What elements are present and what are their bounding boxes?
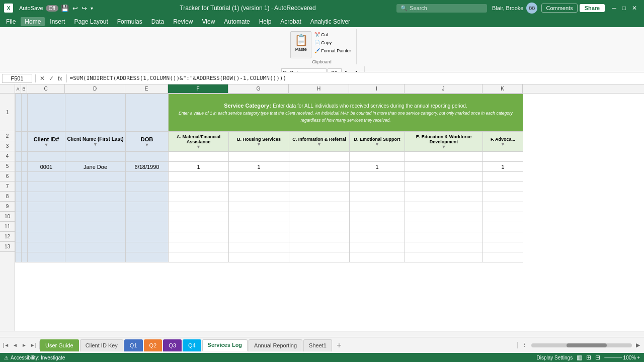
table-row[interactable] <box>16 232 523 242</box>
cell-e3[interactable] <box>126 152 169 162</box>
cell-c4[interactable]: 0001 <box>28 162 65 172</box>
sheet-tab-q1[interactable]: Q1 <box>124 339 143 351</box>
cancel-formula-icon[interactable]: ✕ <box>39 75 46 82</box>
menu-data[interactable]: Data <box>147 17 168 26</box>
horizontal-page-scrollbar[interactable] <box>531 343 632 347</box>
table-row[interactable] <box>16 152 523 162</box>
sheet-tab-client-id-key[interactable]: Client ID Key <box>80 339 123 351</box>
insert-function-icon[interactable]: fx <box>57 75 63 81</box>
redo-icon[interactable]: ↪ <box>80 4 88 13</box>
decrease-font-button[interactable]: A↓ <box>353 68 363 72</box>
menu-formulas[interactable]: Formulas <box>113 17 146 26</box>
cell-j4[interactable] <box>405 162 483 172</box>
confirm-formula-icon[interactable]: ✓ <box>48 75 55 82</box>
page-layout-icon[interactable]: ⊞ <box>586 354 591 361</box>
menu-page-layout[interactable]: Page Layout <box>70 17 112 26</box>
zoom-in-icon[interactable]: + <box>637 355 640 360</box>
normal-view-icon[interactable]: ▦ <box>577 354 582 361</box>
maximize-button[interactable]: □ <box>619 4 629 13</box>
autosave-toggle[interactable]: Off <box>46 5 58 12</box>
menu-file[interactable]: File <box>2 17 20 26</box>
col-header-j[interactable]: J <box>405 84 482 93</box>
cell-g3[interactable] <box>229 152 289 162</box>
increase-font-button[interactable]: A↑ <box>343 68 352 72</box>
cell-h4[interactable] <box>289 162 350 172</box>
table-row[interactable] <box>16 222 523 232</box>
copy-button[interactable]: 📄 Copy <box>312 39 353 46</box>
display-settings-text[interactable]: Display Settings <box>536 355 573 360</box>
cell-f4[interactable]: 1 <box>169 162 229 172</box>
context-menu-icon[interactable]: ⋮ <box>522 342 527 348</box>
table-row[interactable] <box>16 172 523 182</box>
sheet-next-icon[interactable]: ► <box>20 341 28 349</box>
cell-d4[interactable]: Jane Doe <box>65 162 126 172</box>
col-header-i[interactable]: I <box>349 84 405 93</box>
add-sheet-button[interactable]: + <box>333 339 345 351</box>
sheet-tab-q3[interactable]: Q3 <box>163 339 182 351</box>
save-icon[interactable]: 💾 <box>60 4 70 13</box>
col-header-c[interactable]: C <box>27 84 65 93</box>
col-header-h[interactable]: H <box>289 84 349 93</box>
table-row[interactable] <box>16 192 523 202</box>
page-break-icon[interactable]: ⊟ <box>595 354 600 361</box>
cell-f3[interactable] <box>169 152 229 162</box>
cell-g4[interactable]: 1 <box>229 162 289 172</box>
undo-icon[interactable]: ↩ <box>71 4 79 13</box>
col-header-e[interactable]: E <box>125 84 168 93</box>
sheet-tab-services-log[interactable]: Services Log <box>202 339 248 351</box>
menu-automate[interactable]: Automate <box>220 17 254 26</box>
table-row[interactable] <box>16 202 523 212</box>
cell-c3[interactable] <box>28 152 65 162</box>
comments-button[interactable]: Comments <box>541 4 577 13</box>
table-row[interactable] <box>16 252 523 262</box>
cell-i3[interactable] <box>350 152 405 162</box>
col-header-d[interactable]: D <box>65 84 125 93</box>
col-header-g[interactable]: G <box>228 84 289 93</box>
minimize-button[interactable]: ─ <box>609 4 619 13</box>
cell-k4[interactable]: 1 <box>483 162 523 172</box>
menu-acrobat[interactable]: Acrobat <box>276 17 305 26</box>
user-info: Blair, Brooke BB <box>492 3 537 14</box>
col-header-a[interactable]: A <box>15 84 21 93</box>
sheet-tab-sheet1[interactable]: Sheet1 <box>303 339 332 351</box>
sheet-prev-icon[interactable]: ◄ <box>11 341 19 349</box>
horizontal-scrollbar[interactable] <box>0 331 644 337</box>
sheet-tab-annual-reporting[interactable]: Annual Reporting <box>249 339 302 351</box>
menu-insert[interactable]: Insert <box>46 17 69 26</box>
cell-i4[interactable]: 1 <box>350 162 405 172</box>
cell-h3[interactable] <box>289 152 350 162</box>
font-size-input[interactable] <box>328 68 342 72</box>
format-painter-button[interactable]: 🖌️ Format Painter <box>312 47 353 54</box>
table-row[interactable] <box>16 212 523 222</box>
scroll-end-icon[interactable]: ▶ <box>636 342 640 348</box>
menu-help[interactable]: Help <box>255 17 276 26</box>
close-button[interactable]: ✕ <box>629 4 640 13</box>
zoom-slider[interactable]: ───── 100% + <box>604 355 640 360</box>
sheet-last-icon[interactable]: ►| <box>29 341 37 349</box>
col-header-f[interactable]: F <box>168 84 228 93</box>
customize-qat-icon[interactable]: ▾ <box>90 5 94 12</box>
table-row[interactable] <box>16 242 523 252</box>
search-box[interactable]: 🔍 Search <box>396 4 487 13</box>
menu-analytic-solver[interactable]: Analytic Solver <box>306 17 354 26</box>
font-name-input[interactable] <box>281 68 327 72</box>
paste-button[interactable]: 📋 Paste <box>290 31 311 58</box>
cell-k3[interactable] <box>483 152 523 162</box>
menu-home[interactable]: Home <box>21 17 45 26</box>
col-header-k[interactable]: K <box>482 84 523 93</box>
sheet-tab-user-guide[interactable]: User Guide <box>40 339 79 351</box>
col-header-b[interactable]: B <box>21 84 27 93</box>
sheet-first-icon[interactable]: |◄ <box>2 341 10 349</box>
menu-review[interactable]: Review <box>169 17 197 26</box>
table-row[interactable]: 0001 Jane Doe 6/18/1990 1 1 1 1 <box>16 162 523 172</box>
cell-j3[interactable] <box>405 152 483 162</box>
share-button[interactable]: Share <box>580 4 605 12</box>
cell-e4[interactable]: 6/18/1990 <box>126 162 169 172</box>
sheet-tab-q2[interactable]: Q2 <box>144 339 163 351</box>
menu-view[interactable]: View <box>198 17 219 26</box>
name-box[interactable] <box>2 74 32 83</box>
table-row[interactable] <box>16 182 523 192</box>
cell-d3[interactable] <box>65 152 126 162</box>
sheet-tab-q4[interactable]: Q4 <box>183 339 201 351</box>
cut-button[interactable]: ✂️ Cut <box>312 31 353 38</box>
